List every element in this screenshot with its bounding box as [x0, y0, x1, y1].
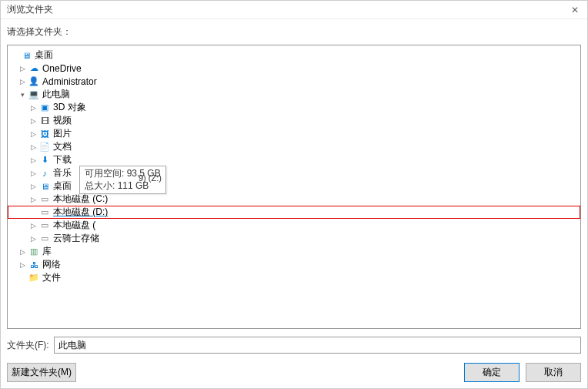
objects3d-icon: ▣ — [38, 102, 51, 113]
tree-item-video[interactable]: ▷ 🎞 视频 — [8, 114, 580, 127]
pc-icon: 💻 — [28, 89, 40, 100]
tree-label: 本地磁盘 (D:) — [53, 206, 108, 219]
cancel-button[interactable]: 取消 — [526, 363, 581, 382]
tree-label: 下载 — [53, 153, 72, 166]
tree-item-disk-e[interactable]: ▷ ▭ 本地磁盘 ( — [8, 219, 580, 232]
tree-item-cloud-z[interactable]: ▷ ▭ 云骑士存储 — [8, 232, 580, 245]
tree-label: 文件 — [42, 271, 61, 284]
tree-label: 云骑士存储 — [53, 232, 99, 245]
disk-icon: ▭ — [38, 207, 51, 218]
expander-icon[interactable]: ▷ — [29, 182, 38, 190]
new-folder-button[interactable]: 新建文件夹(M) — [7, 363, 76, 382]
folder-row: 文件夹(F): — [1, 332, 587, 358]
tree-item-documents[interactable]: ▷ 📄 文档 — [8, 140, 580, 153]
expander-icon[interactable]: ▷ — [29, 103, 38, 112]
disk-icon: ▭ — [38, 220, 51, 231]
expander-icon[interactable]: ▷ — [18, 77, 27, 86]
tree-label: 图片 — [53, 127, 72, 140]
tree-item-disk-d[interactable]: ▷ ▭ 本地磁盘 (D:) — [8, 206, 580, 219]
tree-label: 视频 — [53, 114, 72, 127]
tree-label: Administrator — [42, 76, 97, 87]
tree-item-admin[interactable]: ▷ 👤 Administrator — [8, 75, 580, 88]
cloud-icon: ☁ — [28, 63, 40, 74]
expander-icon[interactable]: ▷ — [29, 116, 38, 125]
pictures-icon: 🖼 — [38, 129, 51, 139]
folder-input[interactable] — [54, 337, 581, 354]
desktop-icon: 🖥 — [38, 181, 51, 192]
expander-icon[interactable]: ▷ — [18, 247, 27, 256]
desktop-icon: 🖥 — [20, 50, 32, 61]
tree-item-onedrive[interactable]: ▷ ☁ OneDrive — [8, 62, 580, 75]
expander-icon[interactable]: ▷ — [18, 260, 27, 269]
video-icon: 🎞 — [38, 116, 51, 126]
expander-icon[interactable]: ▷ — [29, 234, 38, 243]
expander-icon[interactable]: ▷ — [29, 195, 38, 203]
documents-icon: 📄 — [38, 142, 51, 153]
titlebar: 浏览文件夹 ✕ — [1, 1, 587, 19]
tree-label: 桌面 — [35, 49, 53, 62]
folder-icon: 📁 — [28, 273, 40, 283]
music-icon: ♪ — [38, 168, 51, 179]
tree-item-3d[interactable]: ▷ ▣ 3D 对象 — [8, 101, 580, 114]
tree-item-network[interactable]: ▷ 🖧 网络 — [8, 258, 580, 271]
tree-label: 音乐 — [53, 166, 72, 179]
prompt-label: 请选择文件夹： — [1, 19, 587, 42]
expander-icon[interactable]: ▾ — [18, 90, 27, 99]
downloads-icon: ⬇ — [38, 155, 51, 166]
expander-icon[interactable]: ▷ — [29, 156, 38, 164]
expander-icon[interactable]: ▷ — [29, 221, 38, 230]
tree-item-desktop[interactable]: ▷ 🖥 桌面 — [8, 49, 580, 62]
tree-label: 网络 — [42, 258, 61, 271]
tree-label: 库 — [42, 245, 52, 258]
libraries-icon: ▥ — [28, 246, 40, 257]
tree-item-disk-c[interactable]: ▷ ▭ 本地磁盘 (C:) — [8, 193, 580, 206]
ok-button[interactable]: 确定 — [464, 363, 520, 382]
expander-icon[interactable]: ▷ — [29, 129, 38, 138]
expander-icon[interactable]: ▷ — [18, 64, 27, 72]
tree-item-pictures[interactable]: ▷ 🖼 图片 — [8, 127, 580, 140]
tree-item-files[interactable]: ▷ 📁 文件 — [8, 271, 580, 284]
tree-item-libs[interactable]: ▷ ▥ 库 — [8, 245, 580, 258]
expander-icon[interactable]: ▷ — [29, 169, 38, 177]
dialog-title: 浏览文件夹 — [7, 3, 53, 16]
tree-label: 文档 — [53, 140, 72, 153]
button-row: 新建文件夹(M) 确定 取消 — [1, 358, 587, 388]
tree-label: 桌面 — [53, 179, 72, 193]
tree-label: 本地磁盘 (C:) — [53, 193, 108, 206]
folder-label: 文件夹(F): — [7, 339, 49, 352]
tree-label: 本地磁盘 ( — [53, 219, 95, 232]
tree-item-downloads[interactable]: ▷ ⬇ 下载 — [8, 153, 580, 166]
network-icon: 🖧 — [28, 260, 40, 270]
user-icon: 👤 — [28, 76, 40, 87]
tooltip-trail: 9) (Z:) — [139, 173, 162, 183]
tree-label: 3D 对象 — [53, 101, 86, 114]
tree-label: OneDrive — [42, 63, 82, 74]
folder-tree[interactable]: ▷ 🖥 桌面 ▷ ☁ OneDrive ▷ 👤 Administrator ▾ … — [7, 45, 581, 329]
tree-label: 此电脑 — [42, 88, 70, 101]
disk-icon: ▭ — [38, 233, 51, 244]
expander-icon[interactable]: ▷ — [29, 143, 38, 151]
close-icon[interactable]: ✕ — [569, 4, 581, 16]
tree-item-thispc[interactable]: ▾ 💻 此电脑 — [8, 88, 580, 101]
disk-icon: ▭ — [38, 194, 51, 205]
